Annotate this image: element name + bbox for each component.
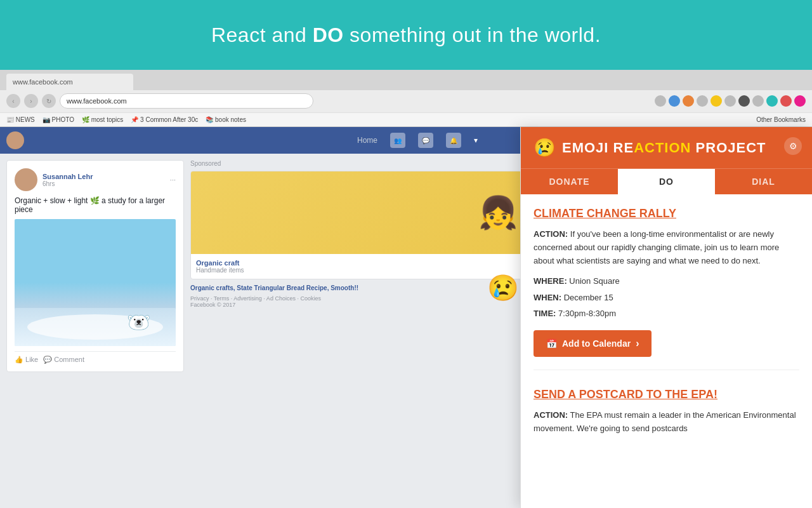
- browser-icon-1: [655, 95, 666, 107]
- panel-title-action: ACTION: [634, 140, 691, 156]
- event-1-when-label: WHEN:: [534, 293, 561, 302]
- browser-icon-8: [752, 95, 764, 107]
- bookmarks-bar: 📰 NEWS 📷 PHOTO 🌿 most topics 📌 3 Common …: [0, 112, 812, 126]
- event-1-where: WHERE: Union Square: [534, 275, 799, 288]
- event-1-title[interactable]: CLIMATE CHANGE RALLY: [534, 207, 799, 220]
- fb-user-avatar: [6, 131, 24, 149]
- event-1-action-label: ACTION:: [534, 229, 568, 239]
- fb-ad-emoji: 👧: [478, 194, 518, 231]
- panel-header-emoji: 😢: [534, 137, 556, 158]
- panel-header: 😢 EMOJI REACTION PROJECT ⚙: [521, 127, 812, 168]
- browser-icons: [655, 95, 806, 107]
- browser-icon-9: [766, 95, 778, 107]
- panel-title-end: PROJECT: [691, 140, 766, 156]
- bookmark-news[interactable]: 📰 NEWS: [6, 116, 35, 123]
- bookmark-after30-label: 📌 3 Common After 30c: [131, 116, 198, 123]
- event-2-title[interactable]: SEND A POSTCARD TO THE EPA!: [534, 388, 799, 401]
- gear-button[interactable]: ⚙: [784, 137, 802, 155]
- browser-icon-3: [683, 95, 694, 107]
- browser-icon-11: [794, 95, 806, 107]
- refresh-button[interactable]: ↻: [42, 94, 56, 108]
- top-banner: React and DO something out in the world.: [0, 0, 812, 70]
- fb-post-content: Organic + slow + light 🌿 a study for a l…: [15, 196, 176, 214]
- calendar-icon: 📅: [546, 338, 557, 349]
- browser-icon-2: [669, 95, 680, 107]
- bookmark-photo-label: 📷 PHOTO: [43, 116, 74, 123]
- tab-do[interactable]: DO: [618, 169, 715, 194]
- browser-controls: ‹ › ↻ www.facebook.com: [0, 90, 812, 113]
- event-1-time-label: TIME:: [534, 309, 556, 318]
- fb-post-image: 🐻‍❄️: [15, 219, 176, 346]
- panel-title: EMOJI REACTION PROJECT: [562, 140, 766, 156]
- calendar-btn-arrow: ›: [636, 338, 639, 349]
- event-1-action-text: If you've been a long-time environmental…: [534, 229, 779, 265]
- event-1-where-value: Union Square: [569, 276, 620, 286]
- browser-icon-10: [780, 95, 792, 107]
- fb-post-actions: 👍 Like 💬 Comment: [15, 351, 176, 364]
- tab-donate[interactable]: DONATE: [521, 169, 618, 194]
- event-2-action-label: ACTION:: [534, 410, 568, 420]
- fb-left-col: Susannah Lehr 6hrs ··· Organic + slow + …: [6, 160, 184, 377]
- fb-post-user-info: Susannah Lehr 6hrs: [43, 173, 93, 187]
- bookmark-book-label: 📚 book notes: [206, 116, 246, 123]
- event-1-time-value: 7:30pm-8:30pm: [558, 309, 616, 318]
- bookmark-most-label: 🌿 most topics: [82, 116, 123, 123]
- bookmark-photo[interactable]: 📷 PHOTO: [43, 116, 74, 123]
- gear-icon: ⚙: [789, 141, 797, 151]
- calendar-btn-label: Add to Calendar: [562, 338, 631, 349]
- main-area: Home 👥 💬 🔔 ▾ Susannah Lehr 6hrs: [0, 127, 812, 508]
- tab-dial[interactable]: DIAL: [715, 169, 812, 194]
- event-2-description: ACTION: The EPA must remain a leader in …: [534, 409, 799, 436]
- fb-post-options[interactable]: ···: [170, 176, 176, 184]
- event-1-where-label: WHERE:: [534, 276, 567, 286]
- panel-tabs: DONATE DO DIAL: [521, 168, 812, 194]
- tab-label: www.facebook.com: [13, 78, 73, 86]
- tab-do-label: DO: [659, 177, 674, 187]
- event-section-1: CLIMATE CHANGE RALLY ACTION: If you've b…: [534, 207, 799, 370]
- bookmark-after30[interactable]: 📌 3 Common After 30c: [131, 116, 198, 123]
- event-1-description: ACTION: If you've been a long-time envir…: [534, 228, 799, 267]
- panel-content: CLIMATE CHANGE RALLY ACTION: If you've b…: [521, 194, 812, 508]
- fb-post-username[interactable]: Susannah Lehr: [43, 173, 93, 180]
- fb-post-avatar-1: [15, 168, 37, 191]
- back-button[interactable]: ‹: [6, 94, 20, 108]
- browser-icon-5: [710, 95, 722, 107]
- browser-icon-4: [697, 95, 708, 107]
- emoji-panel: 😢 EMOJI REACTION PROJECT ⚙ DONATE DO DIA…: [520, 127, 812, 508]
- bookmark-book[interactable]: 📚 book notes: [206, 116, 246, 123]
- browser-icon-6: [724, 95, 736, 107]
- fb-home-link[interactable]: Home: [357, 136, 377, 145]
- fb-notifications-icon[interactable]: 🔔: [446, 133, 461, 148]
- browser-icon-7: [738, 95, 750, 107]
- event-1-time: TIME: 7:30pm-8:30pm: [534, 307, 799, 320]
- tab-dial-label: DIAL: [752, 177, 775, 187]
- browser-tabs: www.facebook.com: [0, 70, 812, 90]
- bookmark-other-label: Other Bookmarks: [756, 116, 806, 123]
- event-section-2: SEND A POSTCARD TO THE EPA! ACTION: The …: [534, 385, 799, 436]
- fb-post-time: 6hrs: [43, 180, 93, 187]
- event-2-action-text: The EPA must remain a leader in the Amer…: [534, 410, 796, 433]
- fb-nav-center: Home 👥 💬 🔔 ▾: [357, 133, 478, 148]
- url-bar[interactable]: www.facebook.com: [60, 93, 313, 109]
- emoji-face-reaction: 😢: [487, 273, 519, 303]
- fb-friends-icon[interactable]: 👥: [390, 133, 405, 148]
- event-1-when: WHEN: December 15: [534, 291, 799, 304]
- fb-comment-button[interactable]: 💬 Comment: [43, 356, 84, 364]
- event-1-when-value: December 15: [564, 293, 613, 302]
- fb-like-button[interactable]: 👍 Like: [15, 356, 38, 364]
- fb-more-icon[interactable]: ▾: [474, 136, 478, 145]
- fb-post-header-1: Susannah Lehr 6hrs ···: [15, 168, 176, 191]
- fb-messages-icon[interactable]: 💬: [418, 133, 433, 148]
- panel-title-start: EMOJI RE: [562, 140, 634, 156]
- forward-button[interactable]: ›: [24, 94, 38, 108]
- bookmark-most[interactable]: 🌿 most topics: [82, 116, 123, 123]
- fb-post-1: Susannah Lehr 6hrs ··· Organic + slow + …: [6, 160, 184, 372]
- bookmark-news-label: 📰 NEWS: [6, 116, 35, 123]
- polar-bear-image: 🐻‍❄️: [127, 311, 150, 333]
- add-to-calendar-button[interactable]: 📅 Add to Calendar ›: [534, 330, 652, 357]
- bookmark-other[interactable]: Other Bookmarks: [756, 116, 806, 123]
- banner-text: React and DO something out in the world.: [211, 23, 601, 47]
- tab-donate-label: DONATE: [549, 177, 589, 187]
- url-text: www.facebook.com: [67, 97, 127, 105]
- browser-tab-active[interactable]: www.facebook.com: [6, 74, 133, 90]
